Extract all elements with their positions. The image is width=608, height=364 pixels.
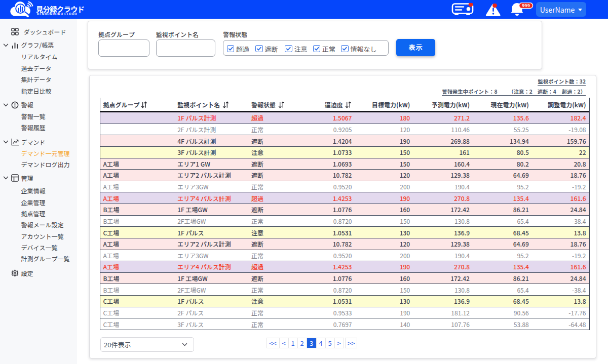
svg-text:999: 999 <box>522 3 530 9</box>
